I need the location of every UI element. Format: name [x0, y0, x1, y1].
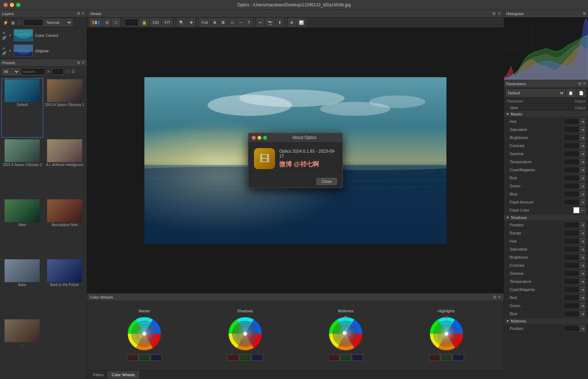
layers-expand-icon[interactable]: ⊞ [77, 11, 80, 16]
master-g-input[interactable]: 0 [139, 354, 150, 361]
layers-opacity-input[interactable]: 100.00 [24, 19, 43, 26]
param-shadows-green-input[interactable]: 0.00 [564, 302, 580, 309]
toolbar-camera-btn[interactable]: 📷 [266, 19, 275, 26]
param-hue-input[interactable]: 0.00 [564, 118, 580, 125]
param-shadows-brightness-slider[interactable]: ◀ [580, 254, 585, 260]
tab-filters[interactable]: Filters [89, 371, 107, 378]
presets-category-select[interactable]: All [2, 68, 20, 75]
param-shadows-blue-input[interactable]: 0.00 [564, 311, 580, 317]
params-expand-icon[interactable]: ⊞ [578, 81, 581, 86]
param-shadows-temperature-slider[interactable]: ◀ [580, 278, 585, 285]
shadows-r-input[interactable]: 0 [228, 354, 239, 361]
close-button[interactable] [4, 3, 8, 7]
param-red-input[interactable]: 0.00 [564, 175, 580, 181]
layers-arrange-icon[interactable]: ▣ [10, 19, 16, 26]
color-wheels-close-icon[interactable]: ✕ [498, 295, 501, 299]
toolbar-undo-btn[interactable]: ↩ [257, 19, 264, 26]
layers-smart-icon[interactable]: ⬡ [17, 19, 22, 26]
toolbar-ruler-btn[interactable]: ─ [237, 19, 244, 26]
param-shadows-saturation-input[interactable]: 0.00 [564, 246, 580, 252]
preset-item-babe[interactable]: Babe [1, 258, 43, 318]
toolbar-target-btn[interactable]: ⊕ [288, 19, 295, 26]
param-temperature-slider[interactable]: ◀ [580, 159, 585, 165]
presets-close-icon[interactable]: ✕ [81, 60, 85, 65]
toolbar-text-a-btn[interactable]: A [211, 19, 218, 26]
viewer-expand-icon[interactable]: ⊞ [492, 11, 496, 16]
param-gamma-slider[interactable]: ◀ [580, 151, 585, 157]
presets-search-input[interactable] [21, 68, 46, 75]
param-saturation-slider[interactable]: ◀ [580, 126, 585, 133]
preset-item-last[interactable]: ... [1, 318, 43, 378]
param-flash-color-picker[interactable]: ✏ [580, 207, 585, 213]
midtones-g-input[interactable]: 20 [340, 354, 351, 361]
master-b-input[interactable]: 0 [151, 354, 162, 361]
tab-color-wheels[interactable]: Color Wheels [108, 371, 139, 378]
viewer-close-icon[interactable]: ✕ [498, 11, 501, 16]
toolbar-value100-btn[interactable]: 100 [150, 19, 161, 26]
preset-item-alien[interactable]: Alien [1, 198, 43, 258]
toolbar-fit-btn[interactable]: FIT [162, 19, 172, 26]
param-shadows-hue-slider[interactable]: ◀ [580, 238, 585, 244]
highlights-b-input[interactable]: 0 [453, 354, 464, 361]
param-green-slider[interactable]: ◀ [580, 183, 585, 189]
param-contrast-slider[interactable]: ◀ [580, 142, 585, 149]
about-dialog-close-btn[interactable] [252, 136, 256, 140]
minimize-button[interactable] [10, 3, 14, 7]
shadows-g-input[interactable]: 0 [240, 354, 251, 361]
param-shadows-saturation-slider[interactable]: ◀ [580, 246, 585, 252]
param-hue-slider[interactable]: ◀ [580, 118, 585, 125]
master-r-input[interactable]: 0 [127, 354, 138, 361]
preset-item-future[interactable]: Back to the Future [44, 258, 86, 318]
layer-item-color-correct[interactable]: 👁 🔗 ▼ Color Correct [0, 28, 87, 43]
param-shadows-red-slider[interactable]: ◀ [580, 294, 585, 301]
layer-expand-arrow[interactable]: ▼ [8, 34, 12, 37]
preset-item-space1[interactable]: 2001 A Space Odyssey 1 [44, 78, 86, 138]
toolbar-text-b-btn[interactable]: B [220, 19, 227, 26]
highlights-r-input[interactable]: 0 [429, 354, 440, 361]
preset-item-apocalypse[interactable]: Apocalypse Now [44, 198, 86, 258]
param-temperature-input[interactable]: 0.00 [564, 159, 580, 165]
about-dialog-max-btn[interactable] [263, 136, 267, 140]
toolbar-clipping-btn[interactable]: ⬡ [112, 19, 120, 26]
param-shadows-green-slider[interactable]: ◀ [580, 302, 585, 309]
layers-fx-icon[interactable]: ⚡ [2, 19, 9, 26]
param-flash-color-swatch[interactable] [573, 207, 580, 213]
toolbar-overlay-btn[interactable]: ▭ [228, 19, 236, 26]
midtones-b-input[interactable]: -20 [352, 354, 363, 361]
color-wheels-expand-icon[interactable]: ⊞ [493, 295, 496, 299]
presets-count-input[interactable]: 100 [52, 68, 64, 75]
param-cyanmagenta-input[interactable]: 0.00 [564, 167, 580, 173]
shadows-b-input[interactable]: 0 [251, 354, 263, 361]
preset-item-default[interactable]: Default [1, 78, 43, 138]
toolbar-pan-tool-btn[interactable]: ✥ [188, 19, 195, 26]
param-shadows-position-slider[interactable]: ◀ [580, 222, 585, 228]
param-shadows-cyanmagenta-slider[interactable]: ◀ [580, 286, 585, 293]
highlights-wheel[interactable] [427, 314, 466, 353]
param-green-input[interactable]: 0.00 [564, 183, 580, 189]
param-brightness-slider[interactable]: ◀ [580, 134, 585, 141]
param-shadows-range-input[interactable]: 80.00 [564, 230, 580, 236]
toolbar-split-btn[interactable]: ⊟ [103, 19, 111, 26]
params-paste-btn[interactable]: 📄 [577, 89, 586, 97]
param-shadows-position-input[interactable]: 0.00 [564, 222, 580, 228]
param-blue-input[interactable]: 0.00 [564, 191, 580, 197]
preset-item-ai[interactable]: A.I. Artificial Intelligence [44, 138, 86, 198]
param-shadows-contrast-slider[interactable]: ◀ [580, 262, 585, 268]
midtones-wheel[interactable] [326, 314, 365, 353]
param-shadows-range-slider[interactable]: ◀ [580, 230, 585, 236]
presets-star-icon[interactable]: ☆ [65, 69, 70, 74]
presets-search-clear-icon[interactable]: ✕ [47, 69, 50, 74]
toolbar-histogram-btn[interactable]: 📊 [297, 19, 306, 26]
toolbar-export-btn[interactable]: ⬆ [276, 19, 283, 26]
param-gamma-input[interactable]: 0.00 [564, 151, 580, 157]
param-saturation-input[interactable]: 0.00 [564, 126, 580, 133]
param-shadows-cyanmagenta-input[interactable]: 0.00 [564, 286, 580, 293]
params-close-icon[interactable]: ✕ [583, 81, 586, 86]
toolbar-zoom-tool-btn[interactable]: 🔍 [177, 19, 186, 26]
param-shadows-brightness-input[interactable]: 0.00 [564, 254, 580, 260]
midtones-r-input[interactable]: 10 [328, 354, 339, 361]
layers-close-icon[interactable]: ✕ [81, 11, 85, 16]
toolbar-text-tool-btn[interactable]: T [246, 19, 252, 26]
param-midtones-position-slider[interactable]: ◀ [580, 325, 585, 332]
params-midtones-section[interactable]: ▼ Midtones [504, 318, 588, 325]
